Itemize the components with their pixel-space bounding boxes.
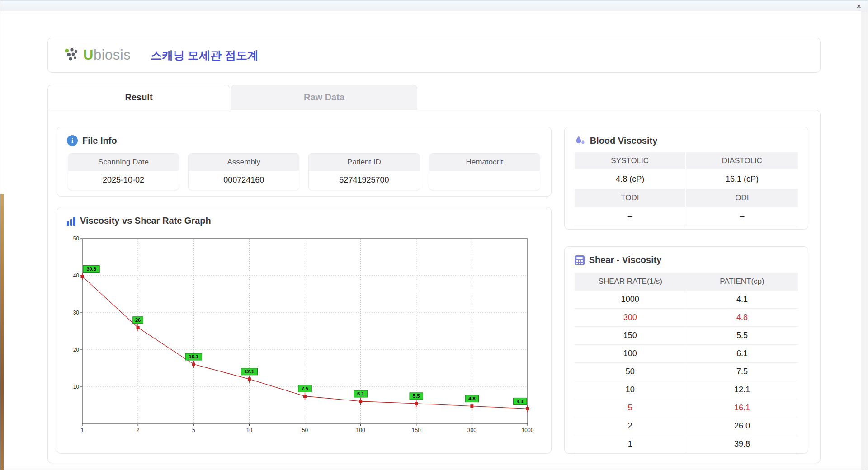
cell-patient-value: 16.1 bbox=[686, 399, 798, 417]
cell-patient-value: 12.1 bbox=[686, 381, 798, 399]
table-row: 1505.5 bbox=[575, 327, 798, 345]
svg-text:30: 30 bbox=[73, 310, 80, 316]
svg-text:1: 1 bbox=[81, 427, 84, 433]
cell-shear-rate: 300 bbox=[575, 309, 686, 326]
logo-dots-icon bbox=[63, 47, 80, 63]
field-value: 000724160 bbox=[189, 171, 299, 190]
tab-bar: Result Raw Data bbox=[47, 85, 821, 110]
cell-shear-rate: 100 bbox=[575, 345, 686, 362]
tab-result[interactable]: Result bbox=[47, 85, 230, 110]
svg-text:39.8: 39.8 bbox=[86, 267, 96, 272]
field-value bbox=[429, 171, 540, 190]
shear-viscosity-title: Shear - Viscosity bbox=[589, 255, 662, 265]
svg-text:4.1: 4.1 bbox=[517, 399, 524, 404]
bv-value-row: – – bbox=[575, 207, 798, 226]
droplets-icon bbox=[575, 135, 585, 146]
svg-text:6.1: 6.1 bbox=[357, 391, 364, 397]
blood-viscosity-grid: SYSTOLIC DIASTOLIC 4.8 (cP) 16.1 (cP) TO… bbox=[575, 152, 798, 226]
desktop-background-sliver bbox=[0, 194, 4, 470]
svg-text:300: 300 bbox=[467, 427, 476, 433]
shear-table-header: SHEAR RATE(1/s) PATIENT(cp) bbox=[575, 273, 798, 291]
shear-viscosity-header: Shear - Viscosity bbox=[565, 247, 808, 270]
field-label: Assembly bbox=[189, 154, 299, 171]
window-titlebar: × bbox=[0, 0, 868, 11]
field-label: Hematocrit bbox=[429, 154, 540, 171]
field-label: Scanning Date bbox=[68, 154, 179, 171]
cell-shear-rate: 150 bbox=[575, 327, 686, 344]
bv-value-systolic: 4.8 (cP) bbox=[575, 169, 686, 189]
header-card: Ubiosis 스캐닝 모세관 점도계 bbox=[47, 38, 821, 73]
cell-shear-rate: 10 bbox=[575, 381, 686, 399]
brand-name: Ubiosis bbox=[83, 47, 131, 63]
svg-text:150: 150 bbox=[412, 427, 421, 433]
svg-text:1000: 1000 bbox=[522, 427, 534, 433]
chart-area: 12510501001503001000102030405039.82616.1… bbox=[57, 230, 551, 442]
svg-text:5.5: 5.5 bbox=[413, 394, 420, 399]
file-info-fields: Scanning Date 2025-10-02 Assembly 000724… bbox=[57, 150, 551, 190]
page-content: Ubiosis 스캐닝 모세관 점도계 Result Raw Data i Fi… bbox=[47, 11, 821, 463]
table-calc-icon bbox=[575, 255, 585, 265]
svg-text:40: 40 bbox=[73, 273, 80, 279]
info-icon: i bbox=[67, 135, 78, 146]
table-row: 1012.1 bbox=[575, 381, 798, 399]
cell-shear-rate: 1 bbox=[575, 435, 686, 453]
cell-shear-rate: 2 bbox=[575, 417, 686, 435]
field-scanning-date: Scanning Date 2025-10-02 bbox=[68, 153, 179, 190]
cell-patient-value: 6.1 bbox=[686, 345, 798, 362]
field-assembly: Assembly 000724160 bbox=[188, 153, 299, 190]
field-label: Patient ID bbox=[309, 154, 419, 171]
cell-patient-value: 5.5 bbox=[686, 327, 798, 344]
cell-patient-value: 39.8 bbox=[686, 435, 798, 453]
shear-table-body: 10004.13004.81505.51006.1507.51012.1516.… bbox=[575, 291, 798, 453]
col-patient: PATIENT(cp) bbox=[686, 273, 798, 291]
svg-text:5: 5 bbox=[192, 427, 195, 433]
left-column: i File Info Scanning Date 2025-10-02 Ass… bbox=[57, 127, 552, 454]
shear-viscosity-card: Shear - Viscosity SHEAR RATE(1/s) PATIEN… bbox=[564, 246, 808, 454]
viscosity-chart: 12510501001503001000102030405039.82616.1… bbox=[63, 232, 536, 440]
shear-table: SHEAR RATE(1/s) PATIENT(cp) 10004.13004.… bbox=[575, 273, 798, 453]
table-row: 10004.1 bbox=[575, 291, 798, 309]
cell-patient-value: 26.0 bbox=[686, 417, 798, 435]
svg-text:10: 10 bbox=[73, 384, 80, 390]
field-value: 52741925700 bbox=[309, 171, 419, 190]
svg-text:16.1: 16.1 bbox=[189, 354, 198, 360]
col-shear-rate: SHEAR RATE(1/s) bbox=[575, 273, 686, 291]
svg-text:20: 20 bbox=[73, 347, 80, 353]
field-patient-id: Patient ID 52741925700 bbox=[308, 153, 420, 190]
cell-shear-rate: 50 bbox=[575, 363, 686, 381]
page-title: 스캐닝 모세관 점도계 bbox=[151, 48, 259, 63]
field-hematocrit: Hematocrit bbox=[429, 153, 540, 190]
bv-value-todi: – bbox=[575, 207, 686, 226]
tab-raw-data[interactable]: Raw Data bbox=[231, 85, 417, 110]
right-column: Blood Viscosity SYSTOLIC DIASTOLIC 4.8 (… bbox=[564, 127, 808, 454]
file-info-header: i File Info bbox=[57, 127, 551, 150]
bv-header-row: SYSTOLIC DIASTOLIC bbox=[575, 152, 798, 169]
file-info-title: File Info bbox=[82, 136, 117, 146]
close-icon[interactable]: × bbox=[856, 2, 861, 10]
svg-text:10: 10 bbox=[246, 427, 253, 433]
table-row: 226.0 bbox=[575, 417, 798, 435]
file-info-card: i File Info Scanning Date 2025-10-02 Ass… bbox=[57, 127, 552, 197]
scrollbar[interactable] bbox=[861, 11, 868, 470]
svg-text:12.1: 12.1 bbox=[245, 369, 254, 375]
svg-text:7.5: 7.5 bbox=[302, 386, 308, 391]
bv-header-row: TODI ODI bbox=[575, 189, 798, 207]
blood-viscosity-header: Blood Viscosity bbox=[565, 127, 808, 150]
cell-patient-value: 7.5 bbox=[686, 363, 798, 381]
bv-value-diastolic: 16.1 (cP) bbox=[686, 169, 798, 189]
table-row: 139.8 bbox=[575, 435, 798, 453]
table-row: 516.1 bbox=[575, 399, 798, 417]
svg-text:50: 50 bbox=[302, 427, 308, 433]
svg-text:50: 50 bbox=[73, 235, 80, 242]
blood-viscosity-title: Blood Viscosity bbox=[590, 136, 658, 146]
table-row: 1006.1 bbox=[575, 345, 798, 363]
bar-chart-icon bbox=[67, 216, 75, 226]
bv-label-systolic: SYSTOLIC bbox=[575, 152, 686, 169]
cell-shear-rate: 1000 bbox=[575, 291, 686, 308]
svg-text:4.8: 4.8 bbox=[468, 396, 475, 402]
field-value: 2025-10-02 bbox=[68, 171, 179, 190]
cell-patient-value: 4.8 bbox=[686, 309, 798, 326]
svg-text:100: 100 bbox=[356, 427, 365, 433]
table-row: 507.5 bbox=[575, 363, 798, 381]
cell-patient-value: 4.1 bbox=[686, 291, 798, 308]
